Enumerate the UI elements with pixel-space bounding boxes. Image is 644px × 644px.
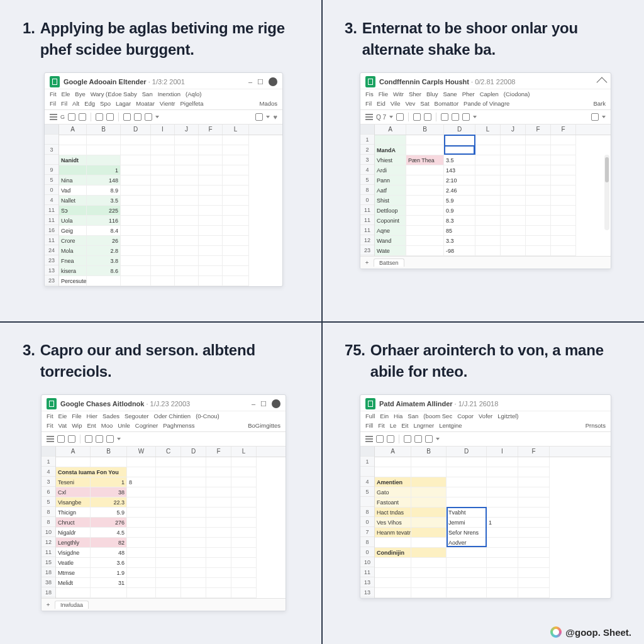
cell[interactable] [223,276,249,286]
column-header[interactable]: F [206,447,231,457]
document-title[interactable]: Google Chases Aitlodnok · 1/J.23 22003 [60,400,248,408]
cell[interactable] [231,518,257,528]
cell[interactable] [199,196,223,206]
cell[interactable] [121,236,151,246]
cell[interactable] [206,588,231,598]
cell[interactable] [199,216,223,226]
cell[interactable] [501,246,526,256]
menu-item[interactable]: Cogriner [135,422,158,429]
cell[interactable] [406,216,444,226]
column-header[interactable]: I [151,125,175,135]
cell[interactable] [223,246,249,256]
heart-icon[interactable] [273,113,277,121]
cell[interactable]: Vad [59,186,87,196]
cell[interactable] [181,588,206,598]
cell[interactable] [487,588,518,598]
cell[interactable] [518,467,550,477]
cell[interactable] [518,548,550,558]
cell[interactable] [501,216,526,226]
row-header[interactable]: 23 [45,275,58,286]
column-header[interactable]: A [56,447,91,457]
cell[interactable]: Pæn Thea [406,155,444,165]
cell[interactable] [223,145,249,155]
cell[interactable]: 3.6 [91,558,127,568]
cell[interactable] [127,467,156,477]
cell[interactable] [487,558,518,568]
cell[interactable]: 85 [444,226,475,236]
cell[interactable] [151,236,175,246]
window-icon[interactable]: ☐ [260,400,267,408]
cell[interactable] [231,508,257,518]
cell[interactable]: 148 [87,175,121,186]
paint-icon[interactable] [424,113,431,121]
cell[interactable]: Aodver [447,538,487,548]
cell[interactable] [231,477,257,487]
bold-icon[interactable] [85,435,92,443]
cell[interactable]: Uola [59,216,87,226]
cell[interactable] [475,216,501,226]
cell[interactable]: Nanidt [59,155,87,165]
cell[interactable] [406,186,444,196]
menu-item[interactable]: Lagar [116,100,131,107]
cell[interactable]: Pann [375,175,406,186]
menu-icon[interactable] [365,114,373,120]
menu-item[interactable]: Edg [84,100,95,107]
row-header[interactable]: 11 [360,225,374,235]
cell[interactable] [518,578,550,588]
cell[interactable] [551,216,576,226]
cell[interactable] [127,528,156,538]
cell[interactable] [518,558,550,568]
cell[interactable]: Ves Vihos [375,518,411,528]
row-header[interactable]: 10 [42,527,55,537]
border-icon[interactable] [425,435,433,443]
cell[interactable] [411,477,447,487]
cell[interactable]: Gato [375,487,411,497]
cell[interactable] [231,457,257,467]
cell[interactable] [526,175,551,186]
scrollbar-vertical[interactable] [604,155,609,230]
cell[interactable] [199,206,223,216]
cell[interactable]: Mola [59,246,87,256]
cell[interactable] [231,528,257,538]
column-header[interactable]: D [444,125,475,135]
menu-item[interactable]: Oder Chintien [154,413,191,419]
cell[interactable] [59,145,87,155]
cell[interactable] [447,497,487,508]
row-header[interactable]: 11 [45,215,58,225]
menu-item[interactable]: San [142,91,153,97]
sheet-tab[interactable]: Inwludaa [55,601,89,609]
cell[interactable] [199,135,223,145]
print-icon[interactable] [396,113,404,121]
cell[interactable]: 8.4 [87,226,121,236]
cell[interactable] [151,165,175,175]
cell[interactable]: Aatf [375,186,406,196]
row-header[interactable]: 0 [45,185,58,195]
cell[interactable] [475,226,501,236]
cell[interactable] [156,518,181,528]
cell[interactable] [151,256,175,266]
menu-item[interactable]: Sat [420,100,429,107]
row-header[interactable]: 8 [360,185,374,195]
cell[interactable] [87,135,121,145]
document-title[interactable]: Patd Aimatem Allinder · 1/J.21 26018 [379,400,602,408]
menu-item[interactable]: Fil [365,100,372,107]
cell[interactable] [501,155,526,165]
cell[interactable] [411,528,447,538]
row-header[interactable] [360,467,374,477]
cell[interactable] [199,236,223,246]
cell[interactable]: 8 [127,477,156,487]
column-header[interactable]: W [127,447,156,457]
cell[interactable] [411,487,447,497]
chevron-down-icon[interactable] [117,438,121,440]
cell[interactable] [487,568,518,578]
cell[interactable] [181,518,206,528]
cell[interactable] [175,155,199,165]
cell[interactable]: Wate [375,246,406,256]
window-icon[interactable]: ☐ [257,78,264,86]
cell[interactable] [518,588,550,598]
cell[interactable] [206,457,231,467]
cell[interactable] [501,206,526,216]
menu-item[interactable]: Fill [365,422,373,429]
cell[interactable] [501,165,526,175]
cell[interactable]: MandA [375,145,406,155]
